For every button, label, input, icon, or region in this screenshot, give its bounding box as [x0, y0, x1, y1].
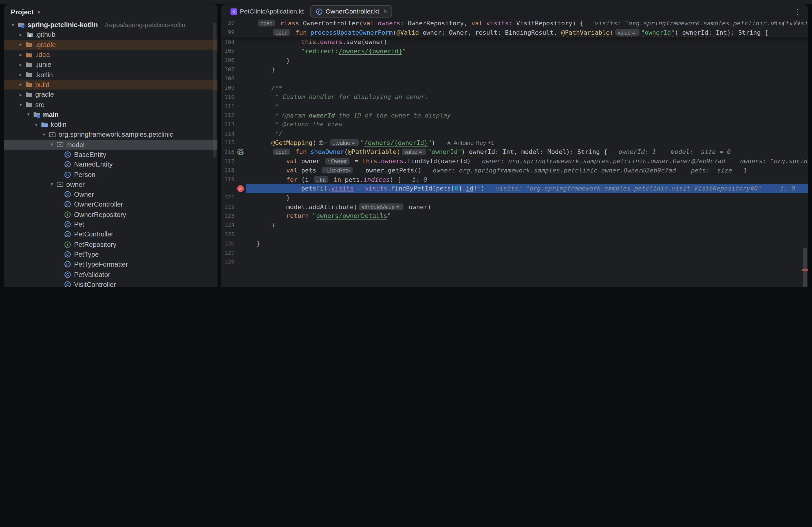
code-line-123[interactable]: 123 return "owners/ownerDetails" — [221, 211, 808, 220]
chevron-right-icon[interactable]: ▸ — [17, 92, 25, 97]
tree-item-kotlin[interactable]: ▾kotlin — [4, 119, 218, 129]
line-number[interactable]: 104 — [221, 39, 235, 45]
code-line-104[interactable]: 104 this.owners.save(owner) — [221, 38, 808, 46]
line-number[interactable]: 122 — [221, 204, 235, 210]
inspection-widget[interactable]: ⚠ 4 ∧ ∨ — [772, 20, 801, 27]
line-number[interactable]: 108 — [221, 75, 235, 82]
code-line-120[interactable]: ✓ pets[i].visits = visits.findByPetId(pe… — [221, 184, 808, 193]
line-number[interactable]: 110 — [221, 93, 235, 100]
code-line-105[interactable]: 105 "redirect:/owners/{ownerId}" — [221, 46, 808, 56]
code-line-126[interactable]: 126} — [221, 239, 808, 248]
line-number[interactable]: 105 — [221, 48, 235, 55]
code-line-112[interactable]: 112 * @param ownerId the ID of the owner… — [221, 111, 808, 120]
editor-tab-petclinicapplication-kt[interactable]: KPetClinicApplication.kt — [225, 5, 309, 17]
line-number[interactable]: 99 — [221, 29, 235, 36]
prev-issue-icon[interactable]: ∧ — [789, 20, 793, 26]
line-number[interactable]: 114 — [221, 130, 235, 137]
endpoint-icon[interactable] — [237, 148, 244, 155]
chevron-right-icon[interactable]: ▸ — [17, 52, 25, 57]
line-number[interactable]: 107 — [221, 66, 235, 73]
line-number[interactable]: 37 — [221, 20, 235, 27]
code-author-annotation[interactable]: Antoine Rey +1 — [446, 140, 494, 146]
code-line-109[interactable]: 109 /** — [221, 83, 808, 92]
chevron-down-icon[interactable]: ▾ — [9, 22, 17, 27]
code-line-128[interactable]: 128 — [221, 257, 808, 266]
tree-item-ownercontroller[interactable]: COwnerController — [4, 200, 218, 209]
line-number[interactable]: 109 — [221, 85, 235, 91]
chevron-down-icon[interactable]: ▾ — [25, 112, 32, 117]
tree-item-model[interactable]: ▾model — [4, 140, 218, 149]
close-icon[interactable]: × — [383, 8, 387, 15]
chevron-right-icon[interactable]: ▸ — [17, 32, 25, 37]
tree-item-pettype[interactable]: CPetType — [4, 249, 218, 259]
chevron-down-icon[interactable]: ∨ — [37, 9, 41, 14]
project-scrollbar[interactable] — [213, 23, 217, 158]
line-number[interactable]: 125 — [221, 231, 235, 237]
tree-item-owner[interactable]: COwner — [4, 189, 218, 199]
chevron-right-icon[interactable]: ▸ — [17, 62, 25, 67]
chevron-down-icon[interactable]: ▾ — [33, 122, 40, 127]
code-line-127[interactable]: 127 — [221, 248, 808, 257]
tree-item--idea[interactable]: ▸.idea — [4, 49, 218, 59]
tree-item-petvalidator[interactable]: CPetValidator — [4, 269, 218, 279]
tree-item-org-springframework-samples-petclinic[interactable]: ▾org.springframework.samples.petclinic — [4, 130, 218, 140]
line-number[interactable]: 112 — [221, 112, 235, 119]
tree-item-baseentity[interactable]: CBaseEntity — [4, 150, 218, 160]
line-number[interactable]: 121 — [221, 194, 235, 201]
chevron-down-icon[interactable]: ▾ — [40, 132, 48, 137]
tree-item-main[interactable]: ▾main — [4, 109, 218, 119]
code-line-119[interactable]: 119 for (i : Int in pets.indices) { i: 0 — [221, 175, 808, 184]
chevron-down-icon[interactable]: ▾ — [17, 102, 25, 107]
tree-item-visitcontroller[interactable]: CVisitController — [4, 279, 218, 287]
code-line-106[interactable]: 106 } — [221, 56, 808, 65]
chevron-right-icon[interactable]: ▸ — [17, 82, 25, 87]
tree-item-ownerrepository[interactable]: IOwnerRepository — [4, 209, 218, 219]
project-panel-header[interactable]: Project ∨ — [4, 4, 218, 20]
code-line-121[interactable]: 121 } — [221, 193, 808, 202]
line-number[interactable]: 113 — [221, 121, 235, 128]
error-stripe-mark[interactable] — [801, 269, 808, 271]
code-line-113[interactable]: 113 * @return the view — [221, 120, 808, 129]
tree-item--github[interactable]: ▸.github — [4, 30, 218, 40]
tree-item-src[interactable]: ▾src — [4, 100, 218, 109]
line-number[interactable]: 111 — [221, 103, 235, 109]
tree-item-build[interactable]: ▸build — [4, 79, 218, 89]
tree-item-gradle[interactable]: ▸gradle — [4, 90, 218, 100]
code-line-118[interactable]: 118 val pets : List<Pet> = owner.getPets… — [221, 166, 808, 175]
tree-item-pet[interactable]: CPet — [4, 220, 218, 230]
chevron-down-icon[interactable]: ▾ — [48, 142, 56, 147]
line-number[interactable]: 106 — [221, 57, 235, 64]
tree-item-namedentity[interactable]: CNamedEntity — [4, 160, 218, 170]
code-line-108[interactable]: 108 — [221, 74, 808, 83]
code-line-124[interactable]: 124 } — [221, 221, 808, 230]
tree-item-pettypeformatter[interactable]: CPetTypeFormatter — [4, 259, 218, 269]
tree-item-person[interactable]: CPerson — [4, 170, 218, 179]
line-number[interactable]: 116 — [221, 148, 235, 155]
editor-menu-icon[interactable]: ⋮ — [791, 8, 804, 15]
code-area[interactable]: 104 this.owners.save(owner)105 "redirect… — [221, 38, 808, 266]
code-line-37[interactable]: 37open class OwnerController(val owners:… — [221, 19, 808, 28]
breakpoint-icon[interactable]: ✓ — [237, 185, 244, 192]
line-number[interactable]: 119 — [221, 176, 235, 183]
editor-vertical-scrollbar[interactable] — [803, 247, 807, 287]
code-line-111[interactable]: 111 * — [221, 101, 808, 111]
line-number[interactable]: 123 — [221, 213, 235, 219]
chevron-right-icon[interactable]: ▸ — [17, 72, 25, 77]
line-number[interactable]: 127 — [221, 249, 235, 256]
tree-item--kotlin[interactable]: ▸.kotlin — [4, 70, 218, 79]
line-number[interactable]: 115 — [221, 140, 235, 146]
editor-tab-ownercontroller-kt[interactable]: COwnerController.kt× — [310, 5, 392, 17]
tree-item-petrepository[interactable]: IPetRepository — [4, 239, 218, 249]
code-line-125[interactable]: 125 — [221, 230, 808, 239]
tree-item-spring-petclinic-kotlin[interactable]: ▾spring-petclinic-kotlin~/repos/spring-p… — [4, 20, 218, 30]
next-issue-icon[interactable]: ∨ — [797, 20, 800, 26]
code-line-116[interactable]: 116 open fun showOwner(@PathVariable(val… — [221, 147, 808, 157]
tree-item-petcontroller[interactable]: CPetController — [4, 230, 218, 239]
code-line-117[interactable]: 117 val owner : Owner = this.owners.find… — [221, 157, 808, 165]
line-number[interactable]: 126 — [221, 240, 235, 247]
tree-item--gradle[interactable]: ▸.gradle — [4, 40, 218, 49]
chevron-down-icon[interactable]: ▾ — [48, 182, 56, 187]
code-line-110[interactable]: 110 * Custom handler for displaying an o… — [221, 92, 808, 101]
tree-item--junie[interactable]: ▸.junie — [4, 60, 218, 70]
tree-item-owner[interactable]: ▾owner — [4, 179, 218, 189]
